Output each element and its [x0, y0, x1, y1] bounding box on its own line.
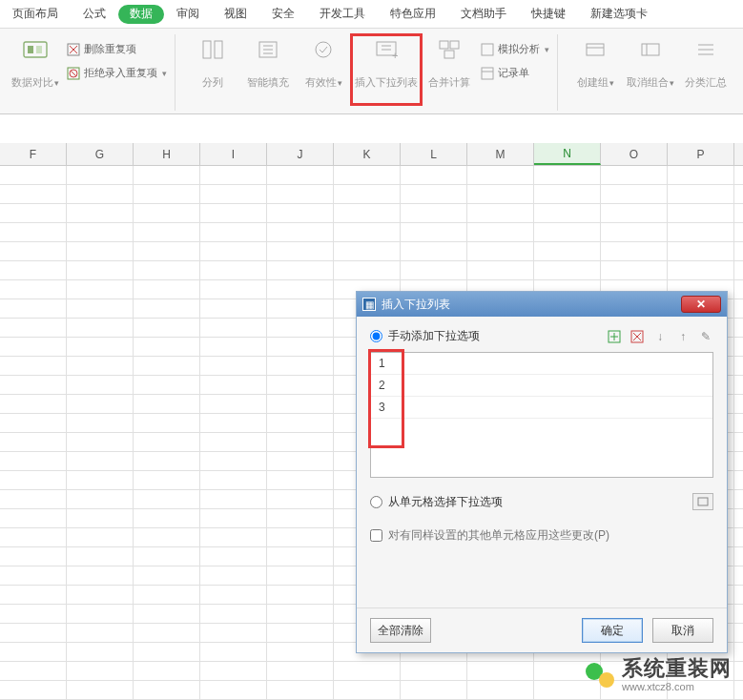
chevron-down-icon: ▾	[338, 78, 342, 88]
col-header-J[interactable]: J	[267, 143, 334, 165]
chevron-down-icon: ▾	[54, 78, 59, 88]
tab-new[interactable]: 新建选项卡	[578, 0, 660, 28]
col-header-L[interactable]: L	[401, 143, 467, 165]
dialog-app-icon: ▦	[362, 298, 376, 311]
what-if-analysis-label: 模拟分析	[498, 42, 540, 56]
delete-item-button[interactable]	[629, 329, 645, 344]
svg-rect-15	[440, 41, 448, 49]
select-range-button[interactable]	[692, 493, 713, 510]
create-group-label: 创建组	[577, 76, 609, 88]
col-header-K[interactable]: K	[334, 143, 401, 165]
text-to-columns-icon	[199, 36, 226, 63]
col-header-N[interactable]: N	[534, 143, 601, 165]
create-group-button[interactable]: 创建组▾	[568, 34, 623, 89]
tab-security[interactable]: 安全	[259, 0, 307, 28]
record-form-icon	[481, 67, 494, 80]
menu-tabs: 页面布局 公式 数据 审阅 视图 安全 开发工具 特色应用 文档助手 快捷键 新…	[0, 0, 743, 29]
move-down-button[interactable]: ↓	[652, 329, 668, 344]
consolidate-button[interactable]: 合并计算	[422, 34, 477, 89]
dialog-close-button[interactable]: ✕	[681, 296, 721, 313]
radio-manual-label: 手动添加下拉选项	[388, 328, 480, 344]
col-header-G[interactable]: G	[67, 143, 134, 165]
data-validation-button[interactable]: 有效性▾	[296, 34, 351, 89]
delete-duplicates-button[interactable]: 删除重复项	[63, 40, 171, 58]
smart-fill-label: 智能填充	[247, 76, 289, 89]
tab-view[interactable]: 视图	[212, 0, 259, 28]
pencil-icon: ✎	[701, 330, 711, 343]
tab-doc-helper[interactable]: 文档助手	[448, 0, 519, 28]
chevron-down-icon: ▾	[162, 69, 167, 78]
svg-point-12	[316, 42, 331, 57]
col-header-H[interactable]: H	[134, 143, 200, 165]
what-if-analysis-button[interactable]: 模拟分析▾	[477, 40, 553, 58]
list-item[interactable]: 1	[371, 353, 712, 375]
move-up-button[interactable]: ↑	[675, 329, 691, 344]
data-compare-button[interactable]: 数据对比▾	[8, 34, 63, 89]
record-form-label: 记录单	[498, 66, 529, 80]
record-form-button[interactable]: 记录单	[477, 64, 553, 82]
svg-rect-31	[698, 498, 708, 505]
ribbon-group-outline: 创建组▾ 取消组合▾ 分类汇总	[564, 34, 737, 111]
smart-fill-button[interactable]: 智能填充	[240, 34, 296, 89]
radio-from-range[interactable]	[370, 496, 382, 508]
add-item-button[interactable]	[607, 329, 622, 344]
reject-duplicates-button[interactable]: 拒绝录入重复项▾	[63, 64, 171, 82]
tab-data[interactable]: 数据	[118, 5, 164, 24]
text-to-columns-button[interactable]: 分列	[185, 34, 240, 89]
dialog-title-text: 插入下拉列表	[382, 297, 450, 313]
insert-dropdown-icon: +	[373, 36, 400, 63]
col-header-F[interactable]: F	[0, 143, 67, 165]
tab-formula[interactable]: 公式	[71, 0, 118, 28]
data-compare-icon	[22, 36, 49, 63]
tab-dev-tools[interactable]: 开发工具	[307, 0, 378, 28]
col-header-I[interactable]: I	[200, 143, 267, 165]
ribbon: 数据对比▾ 删除重复项 拒绝录入重复项▾ 分列 智能填充 有效性▾ +	[0, 29, 743, 114]
smart-fill-icon	[255, 36, 281, 63]
tab-page-layout[interactable]: 页面布局	[0, 0, 71, 28]
ungroup-button[interactable]: 取消组合▾	[623, 34, 678, 89]
chevron-down-icon: ▾	[670, 78, 674, 88]
dialog-titlebar[interactable]: ▦ 插入下拉列表 ✕	[357, 292, 727, 317]
col-header-O[interactable]: O	[601, 143, 668, 165]
delete-duplicates-label: 删除重复项	[84, 42, 136, 56]
svg-rect-0	[24, 42, 47, 57]
svg-rect-1	[28, 46, 33, 53]
arrow-down-icon: ↓	[657, 330, 663, 343]
apply-same-checkbox[interactable]	[370, 529, 382, 542]
apply-same-row: 对有同样设置的其他单元格应用这些更改(P)	[370, 527, 713, 544]
option-manual-row: 手动添加下拉选项 ↓ ↑ ✎	[370, 328, 713, 344]
ungroup-label: 取消组合	[627, 76, 669, 88]
clear-all-button[interactable]: 全部清除	[370, 618, 431, 643]
svg-rect-17	[444, 51, 454, 58]
dropdown-items-list[interactable]: 1 2 3	[370, 352, 713, 478]
tab-special-apps[interactable]: 特色应用	[378, 0, 448, 28]
subtotal-icon	[692, 36, 719, 63]
insert-dropdown-dialog: ▦ 插入下拉列表 ✕ 手动添加下拉选项 ↓ ↑ ✎ 1 2 3	[356, 291, 728, 653]
list-item[interactable]: 3	[371, 397, 712, 419]
radio-manual[interactable]	[370, 330, 382, 342]
reject-duplicates-label: 拒绝录入重复项	[84, 66, 157, 80]
insert-dropdown-label: 插入下拉列表	[355, 76, 418, 89]
svg-text:+: +	[392, 50, 398, 60]
subtotal-button[interactable]: 分类汇总	[678, 34, 733, 89]
list-item[interactable]: 2	[371, 375, 712, 397]
svg-rect-16	[450, 41, 459, 49]
arrow-up-icon: ↑	[680, 330, 686, 343]
svg-line-8	[71, 71, 76, 76]
svg-rect-2	[36, 46, 42, 53]
tab-review[interactable]: 审阅	[164, 0, 212, 28]
consolidate-label: 合并计算	[428, 76, 470, 89]
insert-dropdown-button[interactable]: + 插入下拉列表	[351, 34, 422, 105]
col-header-P[interactable]: P	[668, 143, 734, 165]
ok-button[interactable]: 确定	[582, 618, 643, 643]
subtotal-label: 分类汇总	[685, 76, 727, 89]
edit-item-button[interactable]: ✎	[698, 329, 713, 344]
cancel-button[interactable]: 取消	[652, 618, 713, 643]
tab-shortcut[interactable]: 快捷键	[519, 0, 578, 28]
data-compare-label: 数据对比	[11, 76, 53, 88]
text-to-columns-label: 分列	[202, 76, 223, 89]
chevron-down-icon: ▾	[609, 78, 614, 88]
data-validation-icon	[310, 36, 337, 63]
ribbon-group-compare: 数据对比▾ 删除重复项 拒绝录入重复项▾	[4, 34, 175, 111]
col-header-M[interactable]: M	[467, 143, 534, 165]
